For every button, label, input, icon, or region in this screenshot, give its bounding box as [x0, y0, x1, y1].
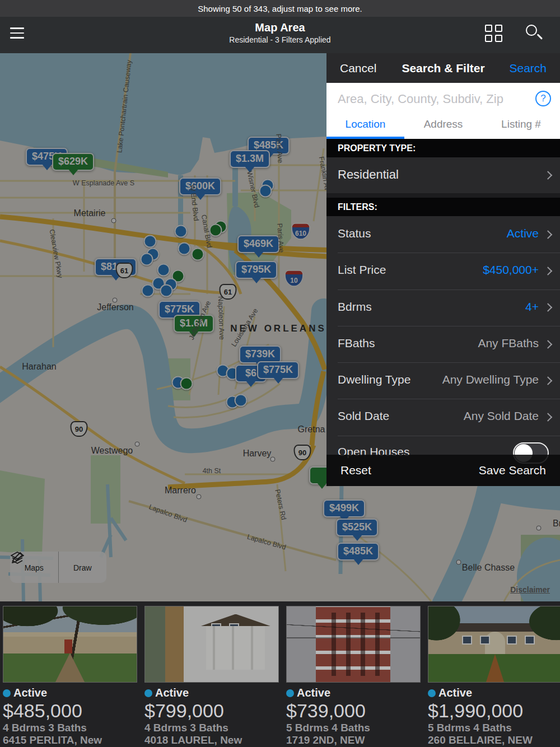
window-shape: [229, 623, 239, 636]
status-badge: Active: [13, 687, 47, 699]
price-pin[interactable]: $775K: [257, 361, 299, 379]
save-search-button[interactable]: Save Search: [479, 464, 546, 477]
property-dot-marker[interactable]: [141, 253, 153, 266]
search-submit-button[interactable]: Search: [509, 62, 547, 75]
active-status-dot: [286, 689, 294, 697]
map-place-label: Harahan: [22, 362, 56, 372]
page-title: Map Area: [0, 21, 560, 34]
price-pin[interactable]: $525K: [336, 519, 378, 536]
help-icon[interactable]: ?: [535, 91, 551, 106]
tab-address[interactable]: Address: [404, 114, 482, 139]
map-place-label: 4th St: [203, 467, 221, 475]
listing-beds-baths: 5 Bdrms 4 Baths: [286, 722, 421, 734]
listing-price: $799,000: [144, 699, 279, 722]
listing-price: $739,000: [286, 699, 421, 722]
page-subtitle: Residential - 3 Filters Applied: [0, 35, 560, 44]
filter-row-sold-date[interactable]: Sold DateAny Sold Date: [326, 399, 560, 435]
listing-photo: [144, 606, 279, 683]
map-status-bar: Showing 50 of 343, adjust map to see mor…: [0, 0, 560, 17]
price-pin[interactable]: $469K: [237, 235, 279, 253]
property-dot-marker[interactable]: [175, 225, 188, 238]
town-dot: [536, 526, 542, 531]
map-place-label: Marrero: [165, 485, 196, 496]
filter-value: Active: [507, 227, 539, 240]
filter-value: Any FBaths: [478, 337, 539, 350]
active-status-dot: [144, 689, 152, 697]
listing-address: 1719 2ND, NEW ORLEANS...: [286, 734, 421, 747]
listing-beds-baths: 5 Bdrms 4 Baths: [428, 722, 560, 734]
window-shape: [480, 636, 490, 645]
status-badge: Active: [438, 687, 472, 699]
property-dot-marker[interactable]: [160, 284, 173, 297]
property-dot-marker[interactable]: [178, 242, 191, 255]
listing-cards-strip[interactable]: Active$485,0004 Bdrms 3 Baths6415 PERLIT…: [0, 601, 560, 747]
tab-location[interactable]: Location: [326, 114, 404, 139]
property-dot-marker[interactable]: [142, 284, 155, 297]
search-filter-panel: Cancel Search & Filter Search ? Location…: [326, 53, 560, 486]
map-place-label: Napoleon Ave: [217, 296, 226, 340]
price-pin[interactable]: $600K: [179, 178, 221, 195]
property-type-row[interactable]: Residential: [326, 157, 560, 193]
filter-label: FBaths: [338, 337, 375, 350]
listing-address: 6415 PERLITA, New Orlea...: [3, 734, 137, 747]
listing-card[interactable]: Active$799,0004 Bdrms 3 Baths4018 LAUREL…: [144, 606, 279, 747]
filter-row-list-price[interactable]: List Price$450,000+: [326, 253, 560, 289]
listing-status: Active: [286, 687, 421, 699]
chevron-right-icon: [544, 376, 553, 385]
property-dot-marker[interactable]: [259, 185, 272, 198]
map-place-label: Br: [553, 519, 560, 529]
map-place-label: Westwego: [91, 446, 133, 456]
filters-header: FILTERS:: [326, 198, 560, 216]
filter-value: 4+: [525, 300, 539, 314]
window-shape: [525, 636, 535, 645]
map-place-label: Jefferson: [97, 302, 134, 312]
price-pin[interactable]: $485K: [337, 543, 379, 561]
chevron-right-icon: [544, 340, 553, 349]
filter-value: Any Sold Date: [464, 409, 539, 423]
nav-bar: Map Area Residential - 3 Filters Applied: [0, 17, 560, 53]
filter-row-status[interactable]: StatusActive: [326, 216, 560, 253]
map-place-label: Gretna: [298, 424, 325, 435]
listing-card[interactable]: Active$1,990,0005 Bdrms 4 Baths260 BELLA…: [428, 606, 560, 747]
property-dot-marker[interactable]: [235, 394, 248, 407]
property-dot-marker[interactable]: [144, 235, 157, 248]
price-pin[interactable]: $1.3M: [230, 150, 270, 168]
filter-row-fbaths[interactable]: FBathsAny FBaths: [326, 326, 560, 362]
filter-row-dwelling-type[interactable]: Dwelling TypeAny Dwelling Type: [326, 362, 560, 399]
property-dot-marker[interactable]: [192, 248, 204, 261]
pencil-icon: [10, 552, 25, 565]
location-search-input[interactable]: [338, 90, 522, 109]
listing-card[interactable]: Active$739,0005 Bdrms 4 Baths1719 2ND, N…: [286, 606, 421, 747]
listing-card[interactable]: Active$485,0004 Bdrms 3 Baths6415 PERLIT…: [3, 606, 137, 747]
listing-photo: [3, 606, 137, 683]
grid-view-icon[interactable]: [483, 22, 504, 44]
town-dot: [197, 494, 202, 499]
reset-button[interactable]: Reset: [340, 464, 371, 477]
filter-value: Any Dwelling Type: [442, 373, 539, 386]
listing-address: 4018 LAUREL, New Orlea...: [144, 734, 279, 747]
filter-row-bdrms[interactable]: Bdrms4+: [326, 290, 560, 326]
price-pin[interactable]: $629K: [52, 153, 94, 171]
property-dot-marker[interactable]: [180, 377, 193, 390]
listing-status: Active: [3, 687, 137, 699]
town-dot: [135, 442, 140, 447]
price-pin[interactable]: $499K: [323, 499, 365, 517]
disclaimer-link[interactable]: Disclaimer: [510, 585, 550, 594]
map-place-label: Harvey: [243, 449, 272, 459]
search-icon[interactable]: [523, 22, 544, 44]
draw-button-label: Draw: [73, 563, 92, 572]
map-place-label: Metairie: [74, 208, 106, 218]
map-place-label: W Esplanade Ave S: [73, 179, 134, 187]
filter-label: List Price: [338, 263, 386, 277]
property-dot-marker[interactable]: [157, 264, 170, 277]
panel-header: Cancel Search & Filter Search: [326, 53, 560, 83]
filter-label: Bdrms: [338, 300, 372, 314]
draw-button[interactable]: Draw: [58, 552, 107, 583]
chevron-right-icon: [544, 303, 553, 312]
listing-status: Active: [428, 687, 560, 699]
listing-photo: [428, 606, 560, 683]
chevron-right-icon: [544, 267, 553, 276]
price-pin[interactable]: $795K: [235, 261, 277, 279]
search-mode-tabs: LocationAddressListing #: [326, 114, 560, 139]
tab-listing[interactable]: Listing #: [482, 114, 560, 139]
